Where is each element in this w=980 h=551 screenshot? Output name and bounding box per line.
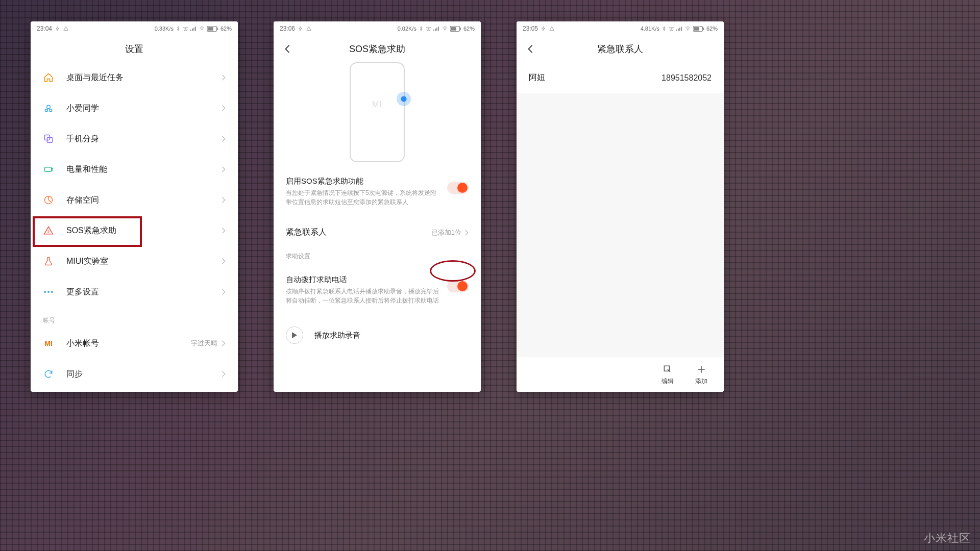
status-battery-pct: 62%: [220, 26, 232, 32]
signal-icon: [433, 26, 439, 31]
chevron-right-icon: [222, 197, 226, 203]
alarm-icon: [426, 26, 431, 32]
battery-icon: [693, 26, 704, 32]
empty-area: [517, 93, 724, 357]
title-bar: 设置: [31, 36, 238, 62]
svg-rect-4: [195, 27, 196, 31]
play-sos-audio-row[interactable]: 播放求助录音: [274, 317, 481, 353]
edit-button[interactable]: 编辑: [662, 364, 674, 386]
chevron-right-icon: [464, 230, 469, 236]
sos-settings-header: 求助设置: [274, 246, 481, 263]
setting-label: 更多设置: [66, 287, 222, 297]
svg-point-10: [45, 109, 47, 112]
svg-rect-29: [460, 27, 461, 30]
status-time: 23:04: [37, 25, 52, 32]
watermark: 小米社区: [924, 531, 971, 546]
status-bar: 23:04 0.33K/s 62%: [31, 21, 238, 36]
setting-desktop-recent[interactable]: 桌面与最近任务: [31, 62, 238, 93]
add-button[interactable]: 添加: [695, 364, 707, 386]
bluetooth-icon: [662, 26, 667, 32]
status-speed: 0.33K/s: [155, 26, 174, 32]
home-icon: [43, 72, 54, 83]
svg-rect-1: [190, 30, 191, 31]
chevron-right-icon: [222, 74, 226, 81]
svg-point-26: [445, 30, 445, 31]
contacts-content: 阿妞 18951582052 编辑 添加: [517, 62, 724, 392]
status-bar: 23:06 0.02K/s 62%: [274, 21, 481, 36]
mi-logo-icon: MI: [372, 100, 382, 109]
svg-rect-22: [433, 30, 434, 31]
triangle-icon: [306, 26, 311, 31]
emergency-contacts-title: 紧急联系人: [286, 227, 327, 238]
chevron-right-icon: [222, 166, 226, 172]
dual-icon: [43, 133, 54, 144]
setting-miui-lab[interactable]: MIUI实验室: [31, 246, 238, 277]
battery-icon: [207, 26, 218, 32]
svg-point-35: [688, 30, 688, 31]
play-button[interactable]: [286, 327, 303, 344]
auto-dial-row[interactable]: 自动拨打求助电话 按顺序拨打紧急联系人电话并播放求助录音，播放完毕后将自动挂断，…: [286, 268, 469, 312]
svg-point-9: [47, 105, 51, 109]
setting-label: 桌面与最近任务: [66, 72, 222, 83]
chevron-right-icon: [222, 258, 226, 264]
status-speed: 4.81K/s: [641, 26, 659, 32]
status-bar: 23:05 4.81K/s 62%: [517, 21, 724, 36]
chevron-right-icon: [222, 228, 226, 234]
emergency-contacts-row[interactable]: 紧急联系人 已添加1位: [274, 219, 481, 246]
bottom-actions: 编辑 添加: [517, 357, 724, 392]
svg-rect-37: [694, 27, 699, 31]
bluetooth-icon: [176, 26, 181, 32]
signal-icon: [676, 26, 682, 31]
alarm-icon: [183, 26, 188, 32]
setting-battery-perf[interactable]: 电量和性能: [31, 154, 238, 185]
svg-rect-14: [45, 167, 52, 171]
svg-rect-15: [52, 168, 53, 170]
auto-dial-desc: 按顺序拨打紧急联系人电话并播放求助录音，播放完毕后将自动挂断，一位紧急联系人接听…: [286, 287, 441, 305]
svg-rect-7: [208, 27, 213, 31]
setting-mi-account[interactable]: MI 小米帐号 宇过天晴: [31, 328, 238, 359]
sos-enable-row[interactable]: 启用SOS紧急求助功能 当您处于紧急情况下连续按下5次电源键，系统将发送附带位置…: [286, 169, 469, 214]
setting-sos[interactable]: S SOS紧急求助: [31, 215, 238, 246]
triangle-icon: [63, 26, 68, 31]
auto-dial-toggle[interactable]: [447, 280, 469, 292]
phone-settings: 23:04 0.33K/s 62% 设置 桌面与最近任务: [31, 21, 238, 392]
back-button[interactable]: [524, 42, 537, 56]
sos-enable-toggle[interactable]: [447, 182, 469, 194]
flash-icon: [298, 26, 303, 31]
svg-text:S: S: [47, 230, 50, 233]
svg-rect-8: [217, 27, 218, 30]
flask-icon: [43, 256, 54, 267]
back-button[interactable]: [281, 42, 294, 56]
status-battery-pct: 62%: [463, 26, 475, 32]
svg-rect-32: [678, 29, 679, 31]
settings-content: 桌面与最近任务 小爱同学 手机分身 电量和性能: [31, 62, 238, 392]
page-title: 紧急联系人: [597, 43, 643, 55]
status-battery-pct: 62%: [706, 26, 718, 32]
setting-dual-apps[interactable]: 手机分身: [31, 123, 238, 154]
svg-rect-28: [451, 27, 456, 31]
status-speed: 0.02K/s: [398, 26, 416, 32]
battery-icon: [450, 26, 461, 32]
setting-label: 电量和性能: [66, 164, 222, 175]
svg-rect-2: [192, 29, 193, 31]
setting-sync[interactable]: 同步: [31, 359, 238, 389]
setting-value: 宇过天晴: [191, 339, 217, 348]
svg-point-5: [202, 30, 202, 31]
setting-more[interactable]: 更多设置: [31, 277, 238, 307]
wifi-icon: [199, 26, 205, 31]
setting-storage[interactable]: 存储空间: [31, 185, 238, 215]
svg-rect-38: [703, 27, 704, 30]
more-icon: [43, 286, 54, 297]
status-time: 23:05: [523, 25, 538, 32]
signal-icon: [190, 26, 197, 31]
title-bar: SOS紧急求助: [274, 36, 481, 62]
wifi-icon: [684, 26, 691, 31]
svg-rect-33: [679, 28, 680, 31]
setting-label: SOS紧急求助: [66, 226, 222, 236]
auto-dial-title: 自动拨打求助电话: [286, 275, 441, 285]
setting-xiaoai[interactable]: 小爱同学: [31, 93, 238, 123]
sync-icon: [43, 368, 54, 380]
contact-row[interactable]: 阿妞 18951582052: [517, 62, 724, 93]
edit-icon: [662, 364, 673, 375]
sos-content: MI 启用SOS紧急求助功能 当您处于紧急情况下连续按下5次电源键，系统将发送附…: [274, 62, 481, 392]
